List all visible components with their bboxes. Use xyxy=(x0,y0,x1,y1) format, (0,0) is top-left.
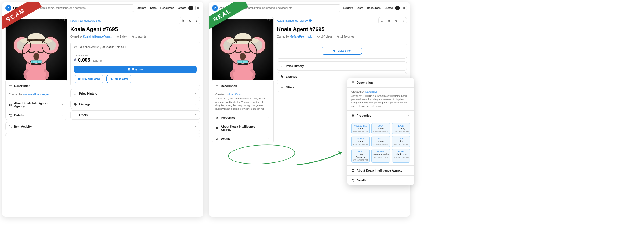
popup-section-description[interactable]: Description xyxy=(347,78,414,87)
owner-link[interactable]: MeTaveRse_HodLr xyxy=(290,35,313,38)
property-card[interactable]: BODYNone40% have this trait xyxy=(371,123,390,134)
property-card[interactable]: EYESCheeky11% have this trait xyxy=(392,123,410,134)
section-details[interactable]: Details xyxy=(6,111,67,120)
chevron-down-icon xyxy=(408,179,410,181)
nft-image[interactable]: 11 xyxy=(212,17,274,81)
description-body: Created by kia-official A total of 10,00… xyxy=(212,90,273,113)
more-icon[interactable] xyxy=(193,17,200,24)
nav-stats[interactable]: Stats xyxy=(150,6,156,9)
popup-section-about[interactable]: About Koala Intelligence Agency xyxy=(347,165,414,175)
popup-description-text: A total of 10,000 unique Koalas are full… xyxy=(351,94,410,108)
popup-section-properties[interactable]: Properties xyxy=(347,110,414,120)
property-card[interactable]: MOUTHDiamond Grills3% have this trait xyxy=(371,149,390,163)
eth-icon xyxy=(74,58,76,63)
search-box[interactable] xyxy=(238,4,341,12)
user-avatar[interactable] xyxy=(188,6,193,10)
property-card[interactable]: EYEWEARNone47% have this trait xyxy=(351,136,370,147)
buy-box: Sale ends April 25, 2022 at 8:51pm CET C… xyxy=(70,42,200,86)
section-description[interactable]: Description xyxy=(212,81,273,90)
nav-resources[interactable]: Resources xyxy=(367,6,381,9)
search-box[interactable] xyxy=(31,4,134,12)
description-icon xyxy=(215,84,219,87)
section-about[interactable]: About Koala Intelligence Agency xyxy=(6,99,67,111)
refresh-icon[interactable] xyxy=(179,17,186,24)
external-link-icon[interactable] xyxy=(386,17,393,24)
wallet-icon[interactable] xyxy=(195,6,200,10)
share-icon[interactable] xyxy=(393,17,400,24)
nav-explore[interactable]: Explore xyxy=(343,6,353,9)
popup-section-details[interactable]: Details xyxy=(347,175,414,185)
property-card[interactable]: HEADCream Borsalino3% have this trait xyxy=(351,149,370,163)
make-offer-button[interactable]: Make offer xyxy=(322,47,362,55)
price-value: 0.005 xyxy=(78,57,90,63)
heart-icon[interactable] xyxy=(265,18,268,22)
property-value: Diamond Grills xyxy=(373,153,389,156)
chevron-down-icon xyxy=(408,169,410,172)
property-value: None xyxy=(353,127,368,130)
section-price-history[interactable]: Price History xyxy=(277,62,407,70)
property-value: Cream Borsalino xyxy=(353,153,368,158)
nav-explore[interactable]: Explore xyxy=(137,6,147,9)
share-icon[interactable] xyxy=(186,17,193,24)
collection-link[interactable]: Koala Intelligence Agency xyxy=(70,19,101,22)
nav-create[interactable]: Create xyxy=(385,6,393,9)
details-icon xyxy=(351,179,354,182)
property-rarity: 3% have this trait xyxy=(353,159,368,161)
heart-icon xyxy=(337,35,340,38)
nav-stats[interactable]: Stats xyxy=(357,6,363,9)
chevron-up-icon xyxy=(408,114,410,117)
buy-now-button[interactable]: Buy now xyxy=(74,66,197,73)
property-card[interactable]: ROLEBlack Ops12% have this trait xyxy=(392,149,410,163)
section-item-activity[interactable]: Item Activity xyxy=(6,122,200,131)
property-type: FACE xyxy=(373,138,389,140)
property-rarity: 38% have this trait xyxy=(373,143,389,145)
clock-icon xyxy=(74,45,77,49)
nav-resources[interactable]: Resources xyxy=(160,6,174,9)
creator-link[interactable]: kia-official xyxy=(229,93,241,96)
property-value: None xyxy=(373,140,389,143)
property-card[interactable]: ACCESORIESNone85% have this trait xyxy=(351,123,370,134)
nft-title: Koala Agent #7695 xyxy=(70,26,200,32)
about-icon xyxy=(215,127,219,130)
list-icon xyxy=(280,86,284,89)
make-offer-button[interactable]: Make offer xyxy=(106,75,132,83)
collection-link[interactable]: Koala Intelligence Agency xyxy=(277,19,308,22)
description-body: Created by KoalaIntelligenceAgen... xyxy=(6,90,67,99)
section-price-history[interactable]: Price History xyxy=(71,89,200,98)
property-card[interactable]: FACENone38% have this trait xyxy=(371,136,390,147)
nav-create[interactable]: Create xyxy=(178,6,186,9)
section-about[interactable]: About Koala Intelligence Agency xyxy=(212,122,273,134)
search-input[interactable] xyxy=(38,6,132,9)
heart-icon[interactable] xyxy=(59,18,63,22)
properties-grid: ACCESORIESNone85% have this traitBODYNon… xyxy=(347,120,414,165)
more-icon[interactable] xyxy=(400,17,407,24)
section-listings[interactable]: Listings xyxy=(71,100,200,109)
property-type: EYEWEAR xyxy=(353,138,368,140)
nav-links: Explore Stats Resources Create xyxy=(343,6,393,9)
owner-link[interactable]: KoalaIntelligenceAgen... xyxy=(83,35,112,38)
tag-icon xyxy=(110,77,113,80)
property-rarity: 85% have this trait xyxy=(353,131,368,132)
section-details[interactable]: Details xyxy=(212,134,273,143)
wallet-icon[interactable] xyxy=(402,6,407,10)
buy-with-card-button[interactable]: Buy with card xyxy=(74,75,104,83)
refresh-icon[interactable] xyxy=(379,17,386,24)
chevron-down-icon xyxy=(268,137,270,140)
property-type: HEAD xyxy=(353,151,368,153)
section-properties[interactable]: Properties xyxy=(212,113,273,122)
creator-link[interactable]: kia-official xyxy=(365,90,377,93)
creator-link[interactable]: KoalaIntelligenceAgen... xyxy=(23,93,52,96)
search-input[interactable] xyxy=(245,6,338,9)
property-rarity: 47% have this trait xyxy=(353,143,368,145)
about-icon xyxy=(351,169,354,172)
section-offers[interactable]: Offers xyxy=(71,111,200,119)
about-icon xyxy=(9,103,12,106)
label-icon xyxy=(215,116,219,119)
verified-badge-icon xyxy=(309,19,312,23)
chevron-down-icon xyxy=(194,92,197,95)
property-card[interactable]: FURPink3% have this trait xyxy=(392,136,410,147)
koala-art xyxy=(6,17,67,81)
section-description[interactable]: Description xyxy=(6,81,67,90)
user-avatar[interactable] xyxy=(395,6,400,10)
nft-image[interactable]: 1 xyxy=(5,17,67,81)
